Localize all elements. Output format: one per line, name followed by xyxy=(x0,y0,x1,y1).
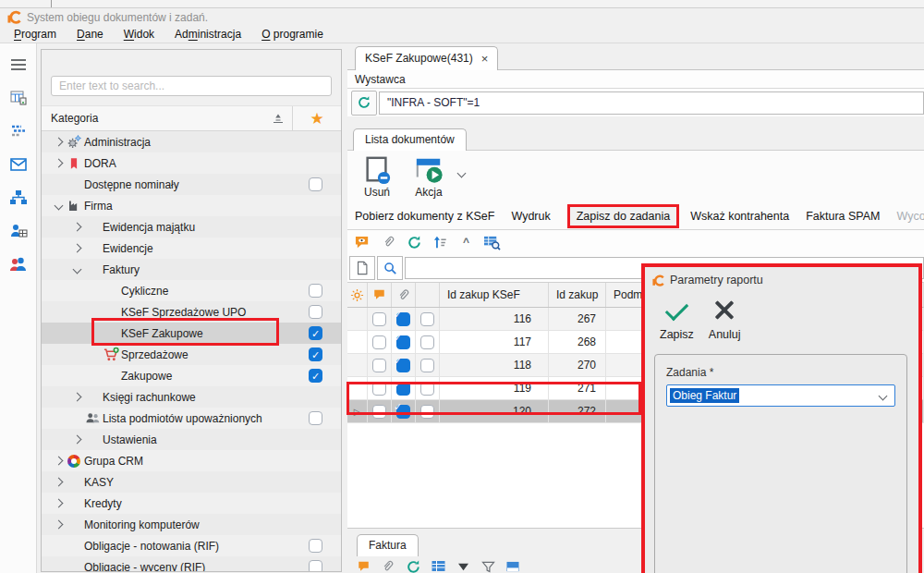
row-checkbox-unchecked[interactable] xyxy=(372,359,386,372)
tree-item-księgi-rachunkowe[interactable]: Księgi rachunkowe xyxy=(42,386,341,408)
row-checkbox-unchecked[interactable] xyxy=(372,405,386,419)
grid-icon[interactable] xyxy=(430,559,446,573)
refresh-filter-button[interactable] xyxy=(351,91,377,116)
tree-item-ewidencje[interactable]: Ewidencje xyxy=(42,238,341,259)
refresh-icon[interactable] xyxy=(405,559,421,573)
tree-checkbox-unchecked[interactable] xyxy=(309,411,322,425)
row-checkbox-checked[interactable] xyxy=(396,382,410,396)
tree-item-kredyty[interactable]: Kredyty xyxy=(42,493,341,514)
save-button[interactable]: Zapisz xyxy=(660,299,694,341)
action-pobierz-dokumenty-z-ksef[interactable]: Pobierz dokumenty z KSeF xyxy=(355,210,494,223)
tree-item-monitoring-komputerów[interactable]: Monitoring komputerów xyxy=(42,514,341,535)
column-id-zakup[interactable]: Id zakup xyxy=(549,283,606,307)
expander-collapsed-icon[interactable] xyxy=(51,521,66,528)
tree-item-firma[interactable]: Firma xyxy=(42,195,341,216)
tree-item-dora[interactable]: DORA xyxy=(42,152,341,174)
panel-icon[interactable] xyxy=(505,559,521,573)
tree-checkbox-unchecked[interactable] xyxy=(309,539,322,553)
row-checkbox-unchecked[interactable] xyxy=(420,382,434,396)
paperclip-icon[interactable] xyxy=(380,234,397,250)
tree-checkbox-unchecked[interactable] xyxy=(309,560,322,572)
tree-item-obligacje-wyceny-rif[interactable]: Obligacje - wyceny (RIF) xyxy=(42,556,341,572)
row-checkbox-unchecked[interactable] xyxy=(372,335,386,349)
action-faktura-spam[interactable]: Faktura SPAM xyxy=(806,210,880,223)
tree-checkbox-unchecked[interactable] xyxy=(309,177,322,191)
row-checkbox-checked[interactable] xyxy=(396,359,410,372)
search-input[interactable] xyxy=(51,76,332,96)
tree-item-grupa-crm[interactable]: Grupa CRM xyxy=(42,450,341,471)
paperclip-icon[interactable] xyxy=(380,559,396,573)
expander-collapsed-icon[interactable] xyxy=(51,160,66,166)
row-checkbox-unchecked[interactable] xyxy=(420,405,434,419)
mail-icon[interactable] xyxy=(8,154,29,175)
tree-item-ewidencja-majątku[interactable]: Ewidencja majątku xyxy=(42,216,341,238)
favorites-column[interactable]: ★ xyxy=(293,111,341,127)
comment-eye-icon[interactable] xyxy=(354,234,371,250)
menu-item-administracja[interactable]: Administracja xyxy=(164,27,251,42)
tasks-combobox[interactable]: Obieg Faktur xyxy=(666,384,895,407)
filter-expression-input[interactable] xyxy=(379,91,924,115)
refresh-icon[interactable] xyxy=(406,234,423,250)
tree-item-sprzedażowe[interactable]: Sprzedażowe xyxy=(42,344,341,365)
tree-item-zakupowe[interactable]: Zakupowe xyxy=(42,365,341,386)
menu-item-widok[interactable]: Widok xyxy=(114,27,164,42)
table-view-icon[interactable] xyxy=(8,88,29,108)
expander-collapsed-icon[interactable] xyxy=(51,500,66,506)
list-view-icon[interactable] xyxy=(8,121,29,141)
expander-collapsed-icon[interactable] xyxy=(69,224,84,230)
action-wskaż-kontrahenta[interactable]: Wskaż kontrahenta xyxy=(690,210,789,223)
row-checkbox-checked[interactable] xyxy=(396,405,410,419)
row-checkbox-checked[interactable] xyxy=(396,335,410,349)
row-checkbox-unchecked[interactable] xyxy=(420,312,434,326)
row-checkbox-unchecked[interactable] xyxy=(372,312,386,326)
expander-collapsed-icon[interactable] xyxy=(69,436,84,443)
expander-expanded-icon[interactable] xyxy=(51,202,66,209)
tree-checkbox-checked[interactable] xyxy=(309,326,322,340)
funnel-icon[interactable] xyxy=(480,559,496,573)
tab-faktura[interactable]: Faktura xyxy=(357,534,419,556)
search-button[interactable] xyxy=(377,256,403,280)
expander-collapsed-icon[interactable] xyxy=(51,139,66,145)
grid-search-icon[interactable] xyxy=(483,234,501,250)
tab-ksef-zakupowe[interactable]: KSeF Zakupowe(431) × xyxy=(355,46,498,70)
menu-item-program[interactable]: Program xyxy=(4,27,67,42)
action-wydruk[interactable]: Wydruk xyxy=(511,210,550,223)
tree-item-ustawienia[interactable]: Ustawienia xyxy=(42,429,341,450)
tree-checkbox-unchecked[interactable] xyxy=(309,305,322,319)
tree-item-obligacje-notowania-rif[interactable]: Obligacje - notowania (RIF) xyxy=(42,535,341,556)
new-document-button[interactable] xyxy=(349,256,375,280)
row-checkbox-unchecked[interactable] xyxy=(420,335,434,349)
triangle-down-icon[interactable] xyxy=(455,559,471,573)
row-checkbox-unchecked[interactable] xyxy=(420,359,434,372)
tree-item-dostępne-nominały[interactable]: Dostępne nominały xyxy=(42,174,341,195)
category-column-header[interactable]: Kategoria ★ xyxy=(42,105,341,131)
expander-collapsed-icon[interactable] xyxy=(69,245,84,251)
tree-item-kasy[interactable]: KASY xyxy=(42,471,341,493)
flag-bubble-icon[interactable] xyxy=(355,559,371,573)
tree-item-lista-podmiotów-upoważnionych[interactable]: Lista podmiotów upoważnionych xyxy=(42,408,341,429)
tree-checkbox-unchecked[interactable] xyxy=(309,284,322,298)
expander-collapsed-icon[interactable] xyxy=(51,457,66,464)
action-button[interactable]: Akcja xyxy=(405,153,453,199)
tree-item-faktury[interactable]: Faktury xyxy=(42,259,341,280)
expander-collapsed-icon[interactable] xyxy=(69,394,84,400)
tab-close-icon[interactable]: × xyxy=(481,53,489,65)
menu-icon[interactable] xyxy=(8,55,29,75)
sort-ascending-icon[interactable] xyxy=(432,234,449,250)
menu-item-o-programie[interactable]: O programie xyxy=(251,27,334,42)
collapse-icon[interactable]: ^ xyxy=(457,234,475,250)
action-zapisz-do-zadania[interactable]: Zapisz do zadania xyxy=(567,204,679,228)
row-checkbox-unchecked[interactable] xyxy=(372,382,386,396)
users-icon[interactable] xyxy=(8,254,29,274)
tab-lista-dokumentow[interactable]: Lista dokumentów xyxy=(353,128,467,151)
row-checkbox-checked[interactable] xyxy=(396,312,410,326)
delete-button[interactable]: Usuń xyxy=(353,153,401,199)
expander-expanded-icon[interactable] xyxy=(69,266,84,273)
tree-item-ksef-zakupowe[interactable]: KSeF Zakupowe xyxy=(42,323,341,344)
column-id-zakup-ksef[interactable]: Id zakup KSeF xyxy=(440,283,549,307)
tree-checkbox-checked[interactable] xyxy=(309,347,322,361)
action-dropdown-chevron-icon[interactable] xyxy=(457,169,467,178)
expander-collapsed-icon[interactable] xyxy=(51,479,66,485)
cancel-button[interactable]: Anuluj xyxy=(709,299,741,341)
user-card-icon[interactable] xyxy=(8,221,29,241)
